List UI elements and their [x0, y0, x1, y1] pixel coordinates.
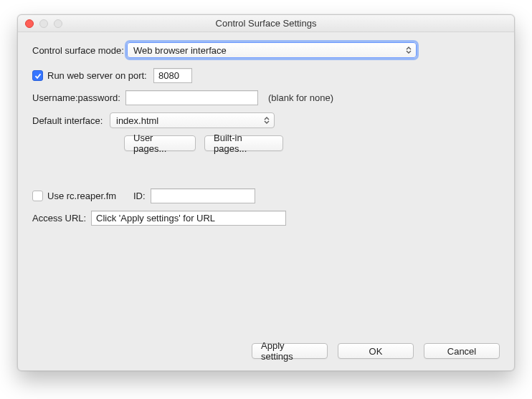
footer-buttons: Apply settings OK Cancel — [252, 343, 500, 359]
apply-button[interactable]: Apply settings — [252, 343, 328, 359]
chevron-updown-icon — [406, 43, 412, 57]
chevron-updown-icon — [264, 113, 270, 128]
run-server-checkbox[interactable] — [32, 70, 43, 81]
mode-select[interactable]: Web browser interface — [127, 42, 417, 58]
user-pages-button[interactable]: User pages... — [124, 135, 196, 151]
port-input[interactable] — [153, 68, 192, 83]
window-title: Control Surface Settings — [18, 18, 514, 29]
access-url-label: Access URL: — [32, 213, 91, 223]
auth-input[interactable] — [125, 90, 258, 105]
auth-row: Username:password: (blank for none) — [32, 90, 500, 105]
settings-window: Control Surface Settings Control surface… — [17, 14, 515, 371]
rc-row: Use rc.reaper.fm ID: — [32, 188, 500, 203]
run-server-label: Run web server on port: — [47, 70, 153, 81]
mode-select-value: Web browser interface — [133, 45, 227, 56]
port-row: Run web server on port: — [32, 68, 500, 83]
interface-label: Default interface: — [32, 115, 110, 126]
content-area: Control surface mode: Web browser interf… — [18, 32, 514, 370]
interface-row: Default interface: index.html — [32, 112, 500, 128]
ok-button[interactable]: OK — [338, 343, 414, 359]
pages-buttons-row: User pages... Built-in pages... — [124, 135, 500, 151]
rc-checkbox[interactable] — [32, 191, 43, 201]
interface-select[interactable]: index.html — [110, 112, 275, 128]
titlebar: Control Surface Settings — [18, 15, 514, 32]
builtin-pages-button[interactable]: Built-in pages... — [204, 135, 283, 151]
access-url-input[interactable] — [91, 211, 286, 226]
check-icon — [34, 72, 42, 80]
rc-id-label: ID: — [133, 191, 151, 201]
mode-label: Control surface mode: — [32, 45, 127, 56]
rc-id-input[interactable] — [151, 188, 255, 203]
cancel-button[interactable]: Cancel — [424, 343, 500, 359]
auth-hint: (blank for none) — [268, 92, 333, 103]
mode-row: Control surface mode: Web browser interf… — [32, 42, 500, 58]
rc-label: Use rc.reaper.fm — [47, 191, 133, 201]
auth-label: Username:password: — [32, 92, 125, 103]
access-url-row: Access URL: — [32, 211, 500, 226]
interface-select-value: index.html — [116, 115, 158, 126]
